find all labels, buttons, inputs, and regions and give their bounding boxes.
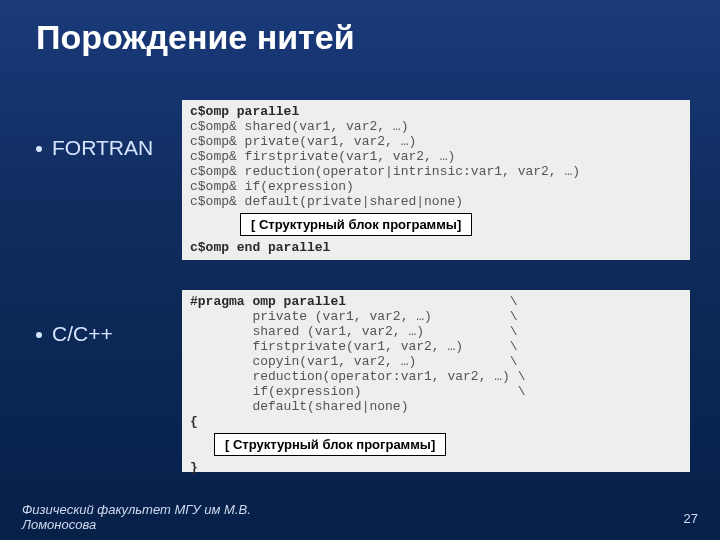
footer-line: Физический факультет МГУ им М.В. <box>22 502 251 517</box>
slide: Порождение нитей FORTRAN C/C++ c$omp par… <box>0 0 720 540</box>
code-line: c$omp& reduction(operator|intrinsic:var1… <box>190 164 682 179</box>
bullet-dot-icon <box>36 146 42 152</box>
footer-line: Ломоносова <box>22 517 251 532</box>
code-cont: \ <box>346 294 518 309</box>
code-line: c$omp& shared(var1, var2, …) <box>190 119 682 134</box>
footer-affiliation: Физический факультет МГУ им М.В. Ломонос… <box>22 502 251 532</box>
code-block-cpp: #pragma omp parallel \ private (var1, va… <box>182 290 690 472</box>
bullet-dot-icon <box>36 332 42 338</box>
code-line: c$omp end parallel <box>190 240 682 255</box>
code-line: private (var1, var2, …) \ <box>190 309 682 324</box>
bullet-cpp: C/C++ <box>36 322 113 346</box>
bullet-fortran-label: FORTRAN <box>52 136 153 160</box>
code-line: c$omp& private(var1, var2, …) <box>190 134 682 149</box>
bullet-cpp-label: C/C++ <box>52 322 113 346</box>
slide-title: Порождение нитей <box>36 18 355 57</box>
code-line: c$omp& if(expression) <box>190 179 682 194</box>
code-strong: #pragma omp parallel <box>190 294 346 309</box>
code-line: firstprivate(var1, var2, …) \ <box>190 339 682 354</box>
structural-block-label: [ Структурный блок программы] <box>240 213 472 236</box>
code-line: c$omp& firstprivate(var1, var2, …) <box>190 149 682 164</box>
code-line: copyin(var1, var2, …) \ <box>190 354 682 369</box>
code-line: c$omp& default(private|shared|none) <box>190 194 682 209</box>
bullet-fortran: FORTRAN <box>36 136 153 160</box>
code-line: #pragma omp parallel \ <box>190 294 682 309</box>
code-block-fortran: c$omp parallel c$omp& shared(var1, var2,… <box>182 100 690 260</box>
code-line: shared (var1, var2, …) \ <box>190 324 682 339</box>
code-line: c$omp parallel <box>190 104 682 119</box>
code-line: default(shared|none) <box>190 399 682 414</box>
code-line: if(expression) \ <box>190 384 682 399</box>
code-line: reduction(operator:var1, var2, …) \ <box>190 369 682 384</box>
code-line: { <box>190 414 682 429</box>
code-line: } <box>190 460 682 475</box>
structural-block-label: [ Структурный блок программы] <box>214 433 446 456</box>
slide-number: 27 <box>684 511 698 526</box>
